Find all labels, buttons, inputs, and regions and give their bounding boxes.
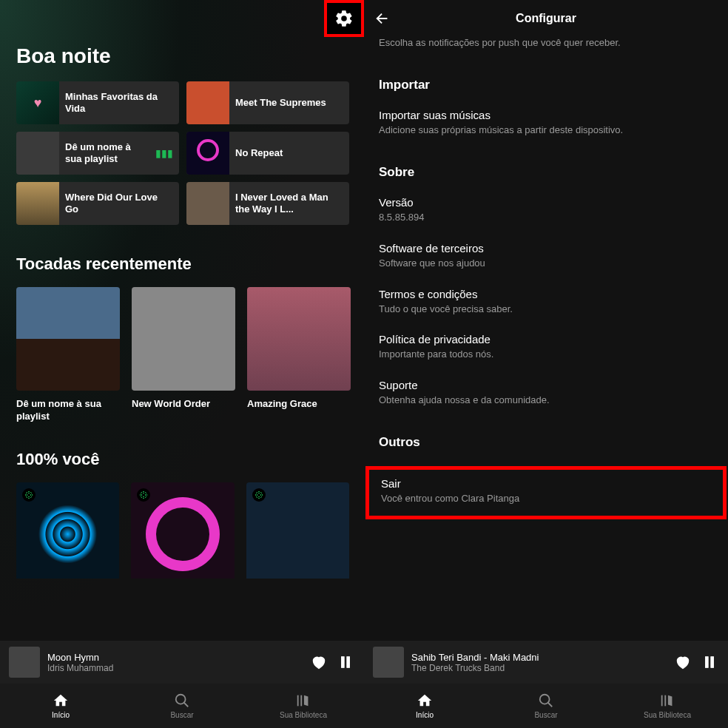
thirdparty-row[interactable]: Software de terceiros Software que nos a… <box>379 242 713 270</box>
recent-label: Dê um nome à sua playlist <box>16 398 120 423</box>
svg-rect-0 <box>342 657 345 668</box>
svg-rect-5 <box>300 695 302 707</box>
library-icon <box>295 692 311 709</box>
notifications-subtitle: Escolha as notificações por push que voc… <box>379 37 713 50</box>
settings-title: Configurar <box>516 12 576 25</box>
library-icon <box>659 692 675 709</box>
recent-item[interactable]: Dê um nome à sua playlist <box>16 287 120 423</box>
tile-aretha[interactable]: I Never Loved a Man the Way I L... <box>186 182 349 225</box>
album-art <box>186 81 229 124</box>
settings-header: Configurar <box>364 0 728 37</box>
tile-label: I Never Loved a Man the Way I L... <box>229 192 349 216</box>
nav-label: Início <box>52 711 70 719</box>
recent-item[interactable]: Amazing Grace <box>247 287 351 423</box>
home-screen: Boa noite Minhas Favoritas da Vida Meet … <box>0 0 364 728</box>
svg-line-9 <box>548 703 553 707</box>
setting-subtitle: Obtenha ajuda nossa e da comunidade. <box>379 394 713 407</box>
setting-subtitle: Importante para todos nós. <box>379 348 713 361</box>
logout-subtitle: Você entrou como Clara Pitanga <box>381 493 711 505</box>
now-playing-title: Sahib Teri Bandi - Maki Madni <box>411 652 666 663</box>
nav-search[interactable]: Buscar <box>485 684 607 728</box>
shortcut-grid: Minhas Favoritas da Vida Meet The Suprem… <box>16 81 349 225</box>
nav-search[interactable]: Buscar <box>121 684 243 728</box>
now-playing-artist: The Derek Trucks Band <box>411 663 666 673</box>
playlist-art[interactable] <box>246 482 349 579</box>
nav-library[interactable]: Sua Biblioteca <box>243 684 364 728</box>
album-art <box>247 287 351 391</box>
heart-icon <box>311 654 327 670</box>
svg-rect-4 <box>297 695 299 707</box>
pause-icon <box>337 654 354 670</box>
import-section-head: Importar <box>379 78 713 92</box>
made-for-you-title: 100% você <box>16 450 349 469</box>
nav-home[interactable]: Início <box>364 684 485 728</box>
setting-label: Política de privacidade <box>379 333 713 346</box>
logout-label: Sair <box>381 477 711 490</box>
setting-label: Importar suas músicas <box>379 109 713 121</box>
tile-supremes[interactable]: Meet The Supremes <box>186 81 349 124</box>
setting-subtitle: Tudo o que você precisa saber. <box>379 303 713 316</box>
nav-home[interactable]: Início <box>0 684 121 728</box>
spotify-logo-icon <box>137 488 150 502</box>
tile-norepeat[interactable]: No Repeat <box>186 132 349 175</box>
svg-point-8 <box>540 695 550 704</box>
nav-library[interactable]: Sua Biblioteca <box>607 684 728 728</box>
now-playing-art <box>373 647 404 678</box>
playlist-art[interactable] <box>16 482 119 579</box>
now-playing-artist: Idris Muhammad <box>47 663 302 673</box>
version-row: Versão 8.5.85.894 <box>379 196 713 224</box>
search-icon <box>174 692 190 709</box>
tile-playlist[interactable]: Dê um nome à sua playlist ▮▮▮ <box>16 132 179 175</box>
playlist-art[interactable] <box>131 482 234 579</box>
spotify-logo-icon <box>22 488 36 502</box>
tile-favorites[interactable]: Minhas Favoritas da Vida <box>16 81 179 124</box>
like-button[interactable] <box>673 653 692 672</box>
spotify-logo-icon <box>252 488 266 502</box>
privacy-row[interactable]: Política de privacidade Importante para … <box>379 333 713 361</box>
album-art <box>16 287 120 391</box>
home-icon <box>417 692 433 709</box>
logout-row-highlight[interactable]: Sair Você entrou como Clara Pitanga <box>365 466 727 519</box>
setting-subtitle: Software que nos ajudou <box>379 257 713 270</box>
setting-label: Versão <box>379 196 713 209</box>
tile-label: Minhas Favoritas da Vida <box>59 91 179 115</box>
import-music-row[interactable]: Importar suas músicas Adicione suas próp… <box>379 109 713 137</box>
album-art <box>132 287 235 391</box>
nav-label: Sua Biblioteca <box>644 711 691 719</box>
arrow-left-icon <box>374 10 391 27</box>
svg-rect-6 <box>706 657 709 668</box>
svg-rect-7 <box>711 657 714 668</box>
setting-label: Suporte <box>379 379 713 391</box>
now-playing-art <box>9 647 40 678</box>
svg-line-3 <box>184 703 189 707</box>
playlist-art <box>186 132 229 175</box>
other-section-head: Outros <box>379 435 713 450</box>
settings-button-highlight[interactable] <box>324 0 364 37</box>
nav-label: Buscar <box>170 711 193 719</box>
version-value: 8.5.85.894 <box>379 212 713 224</box>
now-playing-bar[interactable]: Moon Hymn Idris Muhammad <box>0 641 364 684</box>
tile-label: Where Did Our Love Go <box>59 192 179 216</box>
now-playing-bar[interactable]: Sahib Teri Bandi - Maki Madni The Derek … <box>364 641 728 684</box>
recently-played-title: Tocadas recentemente <box>16 255 349 274</box>
tile-wheredid[interactable]: Where Did Our Love Go <box>16 182 179 225</box>
gear-icon <box>334 9 354 28</box>
recently-played-row: Dê um nome à sua playlist New World Orde… <box>16 287 349 423</box>
pause-button[interactable] <box>700 653 719 672</box>
svg-point-2 <box>176 695 186 704</box>
pause-button[interactable] <box>336 653 355 672</box>
tile-label: No Repeat <box>229 147 349 159</box>
made-for-you-row <box>16 482 349 579</box>
like-button[interactable] <box>309 653 328 672</box>
tile-label: Dê um nome à sua playlist <box>59 141 155 166</box>
recent-label: New World Order <box>132 398 235 411</box>
nav-label: Sua Biblioteca <box>280 711 327 719</box>
svg-rect-10 <box>661 695 663 707</box>
search-icon <box>538 692 554 709</box>
setting-label: Termos e condições <box>379 288 713 300</box>
terms-row[interactable]: Termos e condições Tudo o que você preci… <box>379 288 713 316</box>
svg-rect-11 <box>664 695 666 707</box>
recent-item[interactable]: New World Order <box>132 287 235 423</box>
back-button[interactable] <box>374 10 392 28</box>
support-row[interactable]: Suporte Obtenha ajuda nossa e da comunid… <box>379 379 713 407</box>
